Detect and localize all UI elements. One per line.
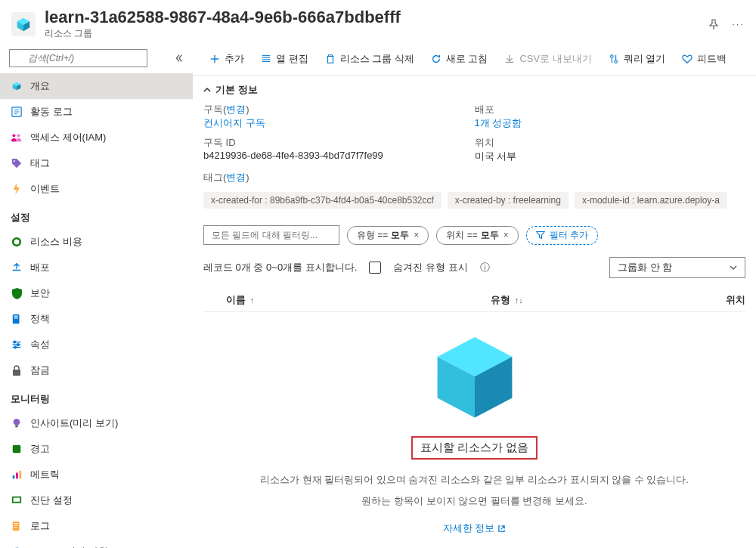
sidebar-item-metrics[interactable]: 메트릭: [0, 462, 193, 488]
empty-title: 표시할 리소스가 없음: [411, 436, 538, 460]
sidebar-item-label: 보안: [30, 286, 50, 300]
refresh-icon: [431, 54, 442, 64]
alerts-icon: [11, 443, 23, 455]
location-value: 미국 서부: [475, 150, 746, 163]
collapse-sidebar-icon[interactable]: [173, 53, 184, 63]
sidebar-item-tags[interactable]: 태그: [0, 150, 193, 176]
svg-point-12: [12, 134, 15, 137]
svg-rect-28: [15, 426, 18, 428]
refresh-button[interactable]: 새로 고침: [425, 49, 494, 69]
empty-cube-icon: [426, 327, 524, 426]
sidebar-item-label: 진단 설정: [30, 494, 73, 507]
open-query-button[interactable]: 쿼리 열기: [603, 49, 672, 69]
sidebar-item-locks[interactable]: 잠금: [0, 358, 193, 383]
sort-arrow-icon: ↑: [250, 296, 255, 305]
metrics-icon: [11, 469, 23, 481]
sidebar-item-diagnostic[interactable]: 진단 설정: [0, 488, 193, 513]
policy-icon: [11, 313, 23, 325]
tag-pill[interactable]: x-module-id : learn.azure.deploy-a: [575, 192, 727, 209]
hidden-types-checkbox[interactable]: [369, 262, 381, 274]
svg-rect-34: [14, 498, 20, 502]
sidebar-item-deployments[interactable]: 배포: [0, 255, 193, 280]
sidebar-item-overview[interactable]: 개요: [0, 73, 193, 99]
table-header: 이름 ↑ 유형 ↑↓ 위치: [203, 289, 745, 312]
subscription-id-value: b4219936-de68-4fe4-8393-4bd7d7f7fe99: [203, 150, 475, 161]
activity-log-icon: [11, 106, 23, 118]
sidebar-section-settings: 설정: [0, 202, 193, 229]
subscription-change-link[interactable]: 변경: [226, 104, 246, 115]
tag-pill[interactable]: x-created-by : freelearning: [448, 192, 569, 209]
cost-icon: [11, 236, 23, 248]
essentials-toggle[interactable]: 기본 정보: [203, 83, 745, 97]
filter-input[interactable]: [203, 225, 339, 245]
sidebar-item-security[interactable]: 보안: [0, 280, 193, 306]
sidebar-item-policies[interactable]: 정책: [0, 306, 193, 332]
sidebar-item-cost[interactable]: 리소스 비용: [0, 229, 193, 255]
column-type[interactable]: 유형 ↑↓: [491, 293, 700, 307]
heart-icon: [682, 54, 692, 64]
sidebar-item-label: 인사이트(미리 보기): [30, 416, 118, 430]
deployments-label: 배포: [475, 103, 746, 116]
learn-more-link[interactable]: 자세한 정보: [443, 522, 507, 535]
records-count: 레코드 0개 중 0~0개를 표시합니다.: [203, 261, 357, 274]
svg-rect-30: [13, 475, 15, 478]
command-bar: 추가 열 편집 리소스 그룹 삭제 새로 고침 CSV로 내보내기: [193, 43, 756, 76]
column-location[interactable]: 위치: [700, 293, 745, 307]
query-icon: [609, 54, 619, 64]
sidebar-item-label: 로그: [30, 519, 50, 533]
deploy-icon: [11, 262, 23, 274]
close-icon[interactable]: ×: [414, 230, 419, 240]
search-input[interactable]: [9, 49, 147, 67]
info-icon[interactable]: ⓘ: [480, 261, 490, 274]
svg-rect-29: [13, 445, 21, 454]
events-icon: [11, 183, 23, 195]
page-header: learn-31a62588-9867-48a4-9e6b-666a7bdbef…: [0, 0, 756, 43]
add-filter-button[interactable]: 필터 추가: [526, 226, 598, 245]
feedback-button[interactable]: 피드백: [676, 49, 733, 69]
svg-rect-19: [14, 317, 18, 318]
main-content: 추가 열 편집 리소스 그룹 삭제 새로 고침 CSV로 내보내기: [193, 43, 756, 548]
sidebar-item-logs[interactable]: 로그: [0, 513, 193, 539]
close-icon[interactable]: ×: [503, 230, 509, 240]
svg-rect-18: [14, 316, 18, 317]
sidebar-item-events[interactable]: 이벤트: [0, 176, 193, 202]
tags-change-link[interactable]: 변경: [226, 172, 246, 183]
overview-icon: [11, 80, 23, 92]
deployments-link[interactable]: 1개 성공함: [475, 116, 746, 130]
pin-icon[interactable]: [708, 18, 720, 30]
sidebar-item-label: 정책: [30, 312, 50, 326]
sidebar-item-advisor[interactable]: Advisor 권장 사항: [0, 539, 193, 548]
sidebar-item-label: 개요: [30, 79, 50, 93]
svg-point-23: [14, 341, 16, 343]
sidebar-item-iam[interactable]: 액세스 제어(IAM): [0, 125, 193, 150]
sidebar-item-label: 활동 로그: [30, 105, 73, 119]
lock-icon: [11, 364, 23, 376]
sidebar-item-label: 태그: [30, 156, 50, 170]
sort-arrow-icon: ↑↓: [515, 296, 523, 305]
svg-point-46: [615, 60, 618, 63]
sidebar-item-insights[interactable]: 인사이트(미리 보기): [0, 410, 193, 436]
svg-point-27: [14, 419, 20, 426]
filter-pill-type[interactable]: 유형 == 모두 ×: [347, 226, 429, 245]
delete-rg-button[interactable]: 리소스 그룹 삭제: [319, 49, 420, 69]
edit-columns-button[interactable]: 열 편집: [255, 49, 314, 69]
svg-point-24: [17, 344, 19, 346]
sidebar-item-alerts[interactable]: 경고: [0, 436, 193, 462]
page-subtitle: 리소스 그룹: [45, 27, 699, 40]
sidebar-item-properties[interactable]: 속성: [0, 332, 193, 358]
sidebar-item-activity-log[interactable]: 활동 로그: [0, 99, 193, 125]
export-csv-button[interactable]: CSV로 내보내기: [498, 49, 597, 69]
subscription-link[interactable]: 컨시어지 구독: [203, 116, 475, 130]
sidebar-item-label: 메트릭: [30, 468, 60, 481]
more-icon[interactable]: ···: [732, 18, 745, 30]
download-icon: [504, 54, 515, 64]
column-name[interactable]: 이름 ↑: [203, 293, 491, 307]
tag-icon: [11, 157, 23, 169]
add-button[interactable]: 추가: [203, 49, 250, 69]
empty-message-1: 리소스가 현재 필터링되어 있으며 숨겨진 리소스와 같은 일부 리소스가 표시…: [260, 473, 689, 487]
diagnostic-icon: [11, 494, 23, 506]
logs-icon: [11, 520, 23, 532]
group-select[interactable]: 그룹화 안 함: [609, 257, 745, 278]
tag-pill[interactable]: x-created-for : 89b6a9fb-c37b-4fd4-b0a5-…: [203, 192, 442, 209]
filter-pill-location[interactable]: 위치 == 모두 ×: [436, 226, 518, 245]
